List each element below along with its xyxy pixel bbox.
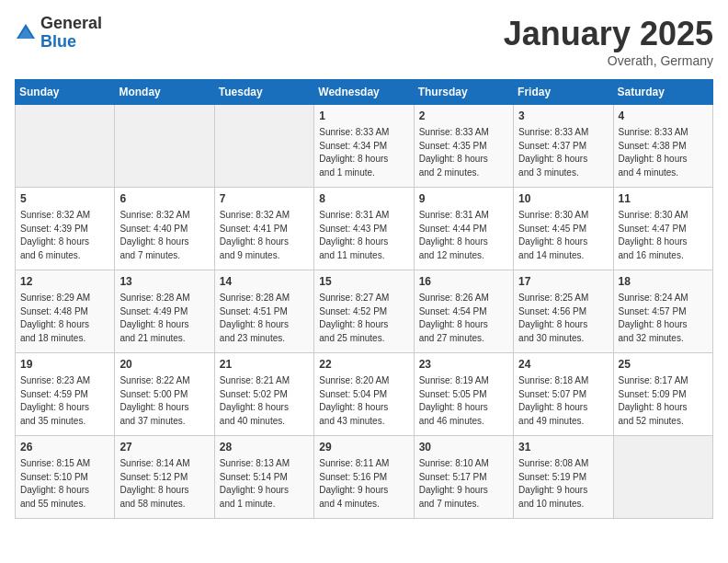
- calendar-cell: 8Sunrise: 8:31 AM Sunset: 4:43 PM Daylig…: [314, 188, 414, 270]
- calendar-cell: 17Sunrise: 8:25 AM Sunset: 4:56 PM Dayli…: [514, 270, 613, 353]
- day-number: 22: [319, 357, 408, 373]
- day-number: 14: [220, 274, 309, 290]
- calendar-cell: [214, 105, 313, 188]
- day-detail: Sunrise: 8:32 AM Sunset: 4:39 PM Dayligh…: [20, 209, 109, 262]
- calendar-week-row: 26Sunrise: 8:15 AM Sunset: 5:10 PM Dayli…: [16, 436, 713, 519]
- weekday-header-sunday: Sunday: [16, 80, 115, 105]
- calendar-cell: 23Sunrise: 8:19 AM Sunset: 5:05 PM Dayli…: [414, 353, 513, 436]
- day-number: 10: [518, 191, 608, 207]
- day-detail: Sunrise: 8:27 AM Sunset: 4:52 PM Dayligh…: [319, 292, 408, 345]
- day-number: 16: [419, 274, 508, 290]
- day-number: 17: [518, 274, 608, 290]
- title-block: January 2025 Overath, Germany: [504, 15, 713, 68]
- logo-blue: Blue: [40, 33, 102, 52]
- calendar-cell: 14Sunrise: 8:28 AM Sunset: 4:51 PM Dayli…: [214, 270, 313, 353]
- day-number: 11: [619, 191, 708, 207]
- calendar-cell: 3Sunrise: 8:33 AM Sunset: 4:37 PM Daylig…: [514, 105, 613, 188]
- calendar-cell: 29Sunrise: 8:11 AM Sunset: 5:16 PM Dayli…: [314, 436, 414, 519]
- day-detail: Sunrise: 8:17 AM Sunset: 5:09 PM Dayligh…: [619, 374, 708, 428]
- day-detail: Sunrise: 8:30 AM Sunset: 4:47 PM Dayligh…: [619, 209, 708, 262]
- month-title: January 2025: [504, 15, 713, 53]
- page-header: General Blue January 2025 Overath, Germa…: [15, 15, 713, 68]
- day-number: 26: [20, 440, 109, 455]
- calendar-cell: 5Sunrise: 8:32 AM Sunset: 4:39 PM Daylig…: [16, 188, 115, 270]
- weekday-header-saturday: Saturday: [613, 80, 712, 105]
- day-number: 15: [319, 274, 408, 290]
- calendar-cell: 16Sunrise: 8:26 AM Sunset: 4:54 PM Dayli…: [414, 270, 513, 353]
- calendar-week-row: 12Sunrise: 8:29 AM Sunset: 4:48 PM Dayli…: [16, 270, 713, 353]
- day-number: 27: [119, 440, 209, 455]
- calendar-cell: 13Sunrise: 8:28 AM Sunset: 4:49 PM Dayli…: [115, 270, 214, 353]
- weekday-header-wednesday: Wednesday: [314, 80, 414, 105]
- weekday-header-monday: Monday: [115, 80, 214, 105]
- calendar-cell: 6Sunrise: 8:32 AM Sunset: 4:40 PM Daylig…: [115, 188, 214, 270]
- day-number: 23: [419, 357, 508, 373]
- day-detail: Sunrise: 8:33 AM Sunset: 4:35 PM Dayligh…: [419, 126, 508, 179]
- calendar-cell: 30Sunrise: 8:10 AM Sunset: 5:17 PM Dayli…: [414, 436, 513, 519]
- calendar-cell: 20Sunrise: 8:22 AM Sunset: 5:00 PM Dayli…: [115, 353, 214, 436]
- calendar-week-row: 19Sunrise: 8:23 AM Sunset: 4:59 PM Dayli…: [16, 353, 713, 436]
- calendar-cell: 15Sunrise: 8:27 AM Sunset: 4:52 PM Dayli…: [314, 270, 414, 353]
- day-number: 7: [220, 191, 309, 207]
- day-detail: Sunrise: 8:19 AM Sunset: 5:05 PM Dayligh…: [419, 374, 508, 428]
- day-detail: Sunrise: 8:33 AM Sunset: 4:34 PM Dayligh…: [319, 126, 408, 179]
- calendar-cell: 7Sunrise: 8:32 AM Sunset: 4:41 PM Daylig…: [214, 188, 313, 270]
- calendar-cell: 22Sunrise: 8:20 AM Sunset: 5:04 PM Dayli…: [314, 353, 414, 436]
- day-number: 4: [619, 109, 708, 124]
- logo-icon: [15, 22, 37, 44]
- calendar-table: SundayMondayTuesdayWednesdayThursdayFrid…: [15, 79, 713, 519]
- day-detail: Sunrise: 8:33 AM Sunset: 4:37 PM Dayligh…: [518, 126, 608, 179]
- day-detail: Sunrise: 8:15 AM Sunset: 5:10 PM Dayligh…: [20, 457, 109, 511]
- calendar-cell: 19Sunrise: 8:23 AM Sunset: 4:59 PM Dayli…: [16, 353, 115, 436]
- calendar-cell: 31Sunrise: 8:08 AM Sunset: 5:19 PM Dayli…: [514, 436, 613, 519]
- location-subtitle: Overath, Germany: [504, 53, 713, 68]
- day-detail: Sunrise: 8:11 AM Sunset: 5:16 PM Dayligh…: [319, 457, 408, 511]
- day-detail: Sunrise: 8:29 AM Sunset: 4:48 PM Dayligh…: [20, 292, 109, 345]
- day-detail: Sunrise: 8:31 AM Sunset: 4:43 PM Dayligh…: [319, 209, 408, 262]
- day-number: 6: [119, 191, 209, 207]
- day-detail: Sunrise: 8:13 AM Sunset: 5:14 PM Dayligh…: [220, 457, 309, 511]
- day-detail: Sunrise: 8:28 AM Sunset: 4:49 PM Dayligh…: [119, 292, 209, 345]
- calendar-cell: [16, 105, 115, 188]
- day-detail: Sunrise: 8:24 AM Sunset: 4:57 PM Dayligh…: [619, 292, 708, 345]
- day-number: 29: [319, 440, 408, 455]
- day-detail: Sunrise: 8:31 AM Sunset: 4:44 PM Dayligh…: [419, 209, 508, 262]
- day-detail: Sunrise: 8:18 AM Sunset: 5:07 PM Dayligh…: [518, 374, 608, 428]
- calendar-cell: 1Sunrise: 8:33 AM Sunset: 4:34 PM Daylig…: [314, 105, 414, 188]
- day-number: 19: [20, 357, 109, 373]
- logo: General Blue: [15, 15, 102, 52]
- calendar-cell: 27Sunrise: 8:14 AM Sunset: 5:12 PM Dayli…: [115, 436, 214, 519]
- day-detail: Sunrise: 8:26 AM Sunset: 4:54 PM Dayligh…: [419, 292, 508, 345]
- day-number: 18: [619, 274, 708, 290]
- day-number: 13: [119, 274, 209, 290]
- day-detail: Sunrise: 8:30 AM Sunset: 4:45 PM Dayligh…: [518, 209, 608, 262]
- calendar-cell: 18Sunrise: 8:24 AM Sunset: 4:57 PM Dayli…: [613, 270, 712, 353]
- day-number: 24: [518, 357, 608, 373]
- day-detail: Sunrise: 8:20 AM Sunset: 5:04 PM Dayligh…: [319, 374, 408, 428]
- calendar-week-row: 1Sunrise: 8:33 AM Sunset: 4:34 PM Daylig…: [16, 105, 713, 188]
- day-number: 25: [619, 357, 708, 373]
- weekday-header-tuesday: Tuesday: [214, 80, 313, 105]
- calendar-cell: 26Sunrise: 8:15 AM Sunset: 5:10 PM Dayli…: [16, 436, 115, 519]
- day-number: 12: [20, 274, 109, 290]
- day-number: 1: [319, 109, 408, 124]
- day-number: 20: [119, 357, 209, 373]
- logo-text: General Blue: [40, 15, 102, 52]
- calendar-cell: 4Sunrise: 8:33 AM Sunset: 4:38 PM Daylig…: [613, 105, 712, 188]
- day-number: 28: [220, 440, 309, 455]
- weekday-header-thursday: Thursday: [414, 80, 513, 105]
- calendar-cell: 10Sunrise: 8:30 AM Sunset: 4:45 PM Dayli…: [514, 188, 613, 270]
- calendar-cell: [115, 105, 214, 188]
- day-detail: Sunrise: 8:22 AM Sunset: 5:00 PM Dayligh…: [119, 374, 209, 428]
- day-detail: Sunrise: 8:32 AM Sunset: 4:41 PM Dayligh…: [220, 209, 309, 262]
- day-number: 30: [419, 440, 508, 455]
- calendar-cell: 24Sunrise: 8:18 AM Sunset: 5:07 PM Dayli…: [514, 353, 613, 436]
- day-number: 21: [220, 357, 309, 373]
- weekday-header-friday: Friday: [514, 80, 613, 105]
- calendar-cell: 12Sunrise: 8:29 AM Sunset: 4:48 PM Dayli…: [16, 270, 115, 353]
- calendar-cell: [613, 436, 712, 519]
- day-detail: Sunrise: 8:28 AM Sunset: 4:51 PM Dayligh…: [220, 292, 309, 345]
- day-number: 3: [518, 109, 608, 124]
- logo-general: General: [40, 15, 102, 33]
- day-detail: Sunrise: 8:32 AM Sunset: 4:40 PM Dayligh…: [119, 209, 209, 262]
